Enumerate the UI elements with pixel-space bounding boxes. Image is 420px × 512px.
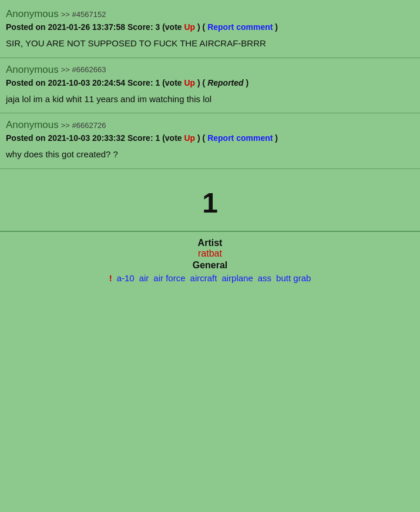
close-paren-6: ): [275, 133, 278, 143]
comment-section: Anonymous >> #4567152 Posted on 2021-01-…: [0, 0, 420, 291]
artist-name[interactable]: ratbat: [6, 248, 414, 259]
comment-body-1: SIR, YOU ARE NOT SUPPOSED TO FUCK THE AI…: [6, 37, 414, 50]
tag-aircraft[interactable]: aircraft: [190, 273, 217, 283]
tag-airplane[interactable]: airplane: [221, 273, 253, 283]
comment-meta-2: Posted on 2021-10-03 20:24:54 Score: 1 (…: [6, 77, 414, 89]
comment-body-3: why does this got created? ?: [6, 148, 414, 161]
vote-up-2[interactable]: Up: [184, 78, 195, 87]
tag-air[interactable]: air: [139, 273, 149, 283]
tag-butt-grab[interactable]: butt grab: [276, 273, 311, 283]
footer-section: Artist ratbat General ! a-10 air air for…: [0, 231, 420, 289]
comment-date-score-2: Posted on 2021-10-03 20:24:54 Score: 1 (…: [6, 78, 182, 87]
comment-meta-3: Posted on 2021-10-03 20:33:32 Score: 1 (…: [6, 132, 414, 144]
page-number[interactable]: 1: [202, 187, 218, 218]
close-paren-3: ) (: [197, 78, 207, 87]
footer-tags: ! a-10 air air force aircraft airplane a…: [6, 273, 414, 283]
comment-body-2: jaja lol im a kid whit 11 years and im w…: [6, 93, 414, 106]
reported-label-2: Reported: [207, 78, 243, 87]
vote-up-1[interactable]: Up: [184, 22, 195, 32]
tag-a10[interactable]: a-10: [117, 273, 135, 283]
comment-id-1: >> #4567152: [61, 10, 106, 19]
commenter-name-1[interactable]: Anonymous: [6, 8, 59, 20]
comment-date-score-3: Posted on 2021-10-03 20:33:32 Score: 1 (…: [6, 133, 182, 143]
vote-up-3[interactable]: Up: [184, 133, 195, 143]
pagination-section: 1: [0, 169, 420, 231]
tag-air-force[interactable]: air force: [153, 273, 185, 283]
comment-id-2: >> #6662663: [61, 65, 106, 74]
commenter-name-3[interactable]: Anonymous: [6, 119, 59, 131]
report-link-1[interactable]: Report comment: [207, 22, 273, 32]
tag-exclamation[interactable]: !: [109, 273, 112, 283]
comment-header-2: Anonymous >> #6662663: [6, 64, 414, 76]
close-paren-1: ) (: [197, 22, 207, 32]
comment-block-3: Anonymous >> #6662726 Posted on 2021-10-…: [0, 113, 420, 169]
comment-header-3: Anonymous >> #6662726: [6, 119, 414, 131]
comment-id-3: >> #6662726: [61, 121, 106, 130]
close-paren-5: ) (: [197, 133, 207, 143]
artist-label: Artist: [6, 238, 414, 248]
commenter-name-2[interactable]: Anonymous: [6, 64, 59, 76]
report-link-3[interactable]: Report comment: [207, 133, 273, 143]
close-paren-4: ): [246, 78, 248, 87]
tag-ass[interactable]: ass: [258, 273, 271, 283]
comment-meta-1: Posted on 2021-01-26 13:37:58 Score: 3 (…: [6, 21, 414, 33]
comment-block-1: Anonymous >> #4567152 Posted on 2021-01-…: [0, 2, 420, 58]
comment-date-score-1: Posted on 2021-01-26 13:37:58 Score: 3 (…: [6, 22, 182, 32]
comment-header-1: Anonymous >> #4567152: [6, 8, 414, 20]
general-label: General: [6, 260, 414, 271]
close-paren-2: ): [275, 22, 278, 32]
comment-block-2: Anonymous >> #6662663 Posted on 2021-10-…: [0, 58, 420, 114]
